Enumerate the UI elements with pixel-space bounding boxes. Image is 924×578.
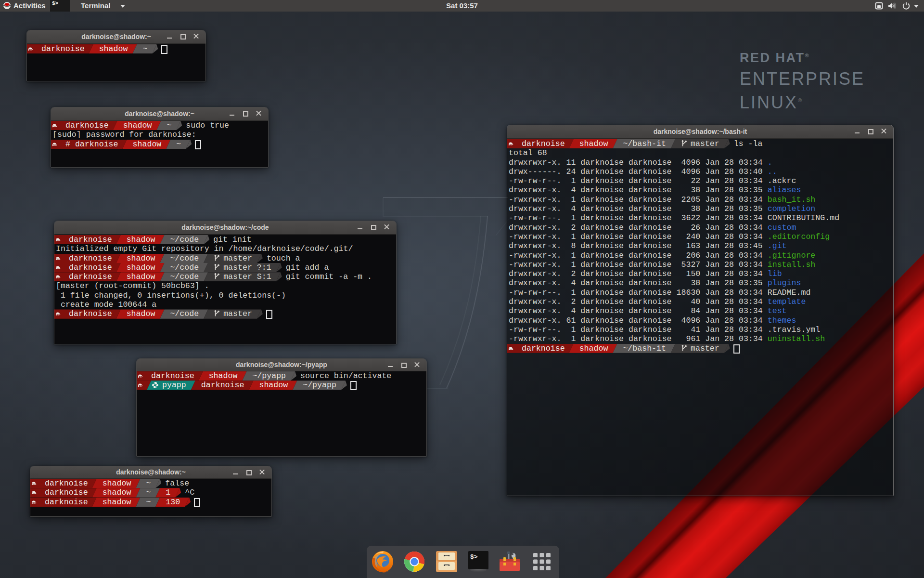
svg-text:$>: $>	[470, 553, 478, 561]
